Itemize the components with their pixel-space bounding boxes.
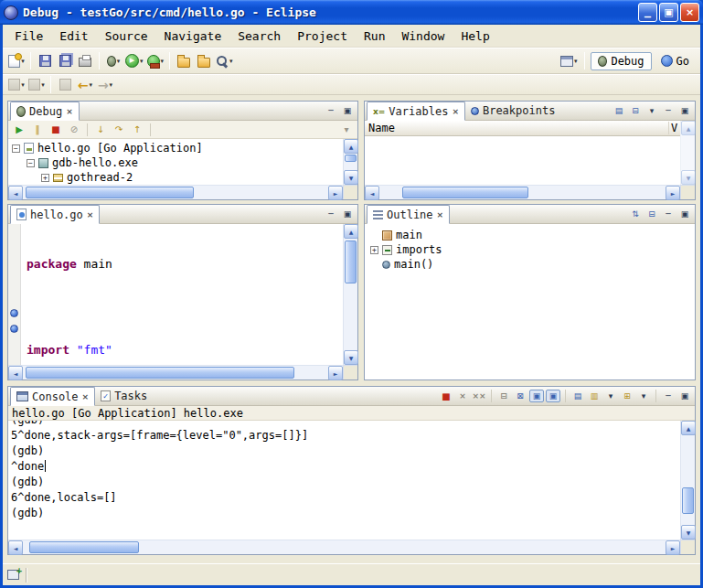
sort-button[interactable]: ⇅ bbox=[628, 208, 643, 220]
horizontal-scrollbar[interactable]: ◄ ► bbox=[8, 540, 680, 554]
tab-breakpoints[interactable]: Breakpoints bbox=[465, 102, 560, 120]
menu-window[interactable]: Window bbox=[393, 27, 453, 46]
scrollbar-track[interactable] bbox=[681, 135, 695, 170]
window-minimize-button[interactable]: ▁ bbox=[638, 3, 657, 22]
minimize-view-button[interactable]: ─ bbox=[661, 390, 676, 402]
vertical-scrollbar[interactable]: ▲ ▼ bbox=[343, 224, 357, 365]
next-annotation-button[interactable]: ▾ bbox=[6, 75, 27, 95]
clear-console-button[interactable]: ▤ bbox=[570, 390, 585, 402]
tab-variables[interactable]: x= Variables × bbox=[367, 102, 465, 121]
dropdown-icon[interactable]: ▾ bbox=[603, 390, 618, 402]
scrollbar-track[interactable] bbox=[344, 154, 357, 170]
tab-console[interactable]: Console × bbox=[10, 387, 95, 406]
maximize-view-button[interactable]: ▣ bbox=[677, 208, 692, 220]
pin-console-button[interactable]: ⊠ bbox=[513, 390, 527, 402]
remove-launch-button[interactable]: × bbox=[455, 390, 470, 402]
open-perspective-button[interactable]: ▾ bbox=[559, 51, 580, 71]
close-icon[interactable]: × bbox=[66, 107, 73, 116]
menu-file[interactable]: File bbox=[6, 27, 51, 46]
run-launch-button[interactable]: ▶ ▾ bbox=[123, 51, 145, 71]
scroll-right-icon[interactable]: ► bbox=[328, 186, 343, 200]
collapse-icon[interactable]: − bbox=[12, 144, 20, 153]
scroll-left-icon[interactable]: ◄ bbox=[8, 366, 23, 380]
column-value[interactable]: V bbox=[669, 122, 680, 134]
scrollbar-thumb[interactable] bbox=[26, 367, 294, 379]
view-menu-button[interactable]: ▾ bbox=[644, 104, 659, 117]
show-on-stdout-button[interactable]: ▣ bbox=[529, 390, 544, 402]
window-maximize-button[interactable]: ▣ bbox=[659, 3, 678, 22]
scroll-down-icon[interactable]: ▼ bbox=[344, 350, 358, 365]
collapse-all-button[interactable]: ⊟ bbox=[628, 104, 643, 117]
scrollbar-thumb[interactable] bbox=[345, 241, 357, 283]
scrollbar-thumb[interactable] bbox=[402, 187, 528, 198]
scroll-left-icon[interactable]: ◄ bbox=[8, 540, 23, 555]
save-all-button[interactable] bbox=[55, 51, 75, 71]
previous-annotation-button[interactable]: ▾ bbox=[27, 75, 47, 95]
step-into-button[interactable]: ↓ bbox=[92, 123, 109, 137]
menu-project[interactable]: Project bbox=[289, 27, 356, 46]
window-close-button[interactable]: × bbox=[680, 3, 699, 22]
collapse-icon[interactable]: − bbox=[27, 159, 35, 167]
menu-edit[interactable]: Edit bbox=[51, 27, 96, 46]
view-menu-button[interactable]: ▾ bbox=[338, 123, 355, 137]
scroll-lock-button[interactable]: ⊟ bbox=[496, 390, 511, 402]
horizontal-scrollbar[interactable]: ◄ ► bbox=[8, 365, 343, 380]
scroll-down-icon[interactable]: ▼ bbox=[681, 525, 696, 540]
maximize-view-button[interactable]: ▣ bbox=[340, 104, 355, 117]
forward-button[interactable]: → ▾ bbox=[95, 75, 115, 95]
terminate-console-button[interactable]: ■ bbox=[439, 390, 453, 402]
scroll-up-icon[interactable]: ▲ bbox=[681, 421, 696, 435]
code-area[interactable]: package main import "fmt" func main() { … bbox=[21, 224, 343, 365]
scrollbar-thumb[interactable] bbox=[26, 187, 194, 198]
scroll-up-icon[interactable]: ▲ bbox=[681, 121, 696, 135]
scrollbar-thumb[interactable] bbox=[29, 541, 139, 553]
dropdown-icon[interactable]: ▾ bbox=[636, 390, 651, 402]
scroll-down-icon[interactable]: ▼ bbox=[344, 170, 358, 185]
close-icon[interactable]: × bbox=[87, 210, 94, 219]
vertical-scrollbar[interactable]: ▲ ▼ bbox=[680, 121, 695, 185]
last-edit-location-button[interactable] bbox=[55, 75, 75, 95]
step-return-button[interactable]: ↑ bbox=[129, 123, 145, 137]
title-bar[interactable]: Debug - testGo/src/cmd/hello.go - Eclips… bbox=[0, 0, 703, 25]
debug-tree-item-thread[interactable]: + gothread-2 bbox=[8, 170, 343, 185]
minimize-view-button[interactable]: ─ bbox=[661, 104, 676, 117]
external-tools-button[interactable]: ▾ bbox=[145, 51, 166, 71]
new-folder-button[interactable] bbox=[174, 51, 194, 71]
horizontal-scrollbar[interactable]: ◄ ► bbox=[8, 185, 343, 199]
horizontal-scrollbar[interactable]: ◄ ► bbox=[365, 185, 680, 199]
resume-button[interactable]: ▶ bbox=[11, 123, 27, 137]
debug-tree-item-launch[interactable]: − hello.go [Go Application] bbox=[8, 141, 343, 155]
debug-perspective-button[interactable]: Debug bbox=[591, 52, 651, 70]
scroll-down-icon[interactable]: ▼ bbox=[681, 170, 696, 185]
menu-source[interactable]: Source bbox=[97, 27, 156, 46]
terminate-button[interactable]: ■ bbox=[48, 123, 64, 137]
display-console-button[interactable]: ▥ bbox=[587, 390, 602, 402]
step-over-button[interactable]: ↷ bbox=[111, 123, 127, 137]
scrollbar-thumb[interactable] bbox=[682, 487, 694, 514]
outline-item-package[interactable]: main bbox=[365, 228, 695, 242]
scroll-up-icon[interactable]: ▲ bbox=[344, 224, 358, 239]
tab-debug[interactable]: Debug × bbox=[10, 102, 80, 121]
menu-search[interactable]: Search bbox=[229, 27, 289, 46]
search-button[interactable]: ▾ bbox=[214, 51, 235, 71]
fast-view-button[interactable] bbox=[7, 570, 19, 580]
scroll-up-icon[interactable]: ▲ bbox=[344, 139, 358, 154]
outline-item-imports[interactable]: + imports bbox=[365, 242, 695, 257]
scroll-right-icon[interactable]: ► bbox=[328, 366, 343, 380]
scroll-right-icon[interactable]: ► bbox=[666, 540, 680, 555]
tab-tasks[interactable]: ✓ Tasks bbox=[95, 387, 153, 405]
expand-icon[interactable]: + bbox=[41, 174, 49, 182]
minimize-view-button[interactable]: ─ bbox=[661, 208, 676, 220]
vertical-scrollbar[interactable]: ▲ ▼ bbox=[680, 421, 695, 540]
scrollbar-track[interactable] bbox=[681, 435, 695, 525]
menu-navigate[interactable]: Navigate bbox=[156, 27, 230, 46]
scrollbar-track[interactable] bbox=[379, 186, 666, 199]
debug-launch-button[interactable]: ▾ bbox=[103, 51, 123, 71]
suspend-button[interactable]: ‖ bbox=[29, 123, 46, 137]
vertical-scrollbar[interactable]: ▲ ▼ bbox=[343, 139, 357, 185]
maximize-view-button[interactable]: ▣ bbox=[677, 104, 692, 117]
column-name[interactable]: Name bbox=[365, 122, 669, 134]
print-button[interactable] bbox=[75, 51, 95, 71]
minimize-view-button[interactable]: ─ bbox=[324, 104, 338, 117]
minimize-view-button[interactable]: ─ bbox=[324, 208, 338, 220]
